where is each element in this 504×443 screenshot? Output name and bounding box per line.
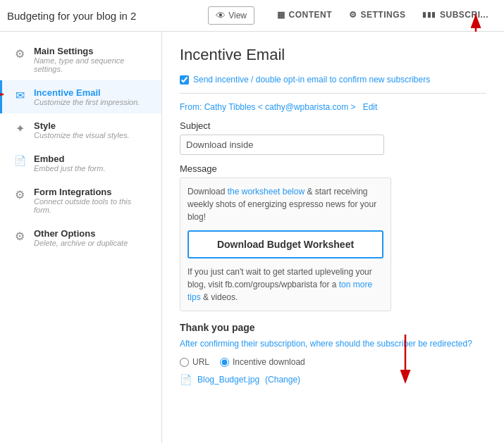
sidebar-item-style[interactable]: ✦ Style Customize the visual styles.	[0, 113, 161, 146]
worksheet-link[interactable]: the worksheet below	[228, 187, 305, 196]
edit-link[interactable]: Edit	[363, 102, 378, 112]
style-icon: ✦	[13, 122, 27, 135]
sidebar-item-form-integrations[interactable]: Form Integrations Connect outside tools …	[0, 180, 161, 221]
message-text-2: If you just can't wait to get started up…	[188, 266, 383, 304]
sidebar-item-main-settings[interactable]: Main Settings Name, type and sequence se…	[0, 39, 161, 80]
main-layout: Main Settings Name, type and sequence se…	[0, 32, 504, 443]
incentive-checkbox[interactable]	[180, 75, 189, 85]
subject-input[interactable]	[180, 135, 384, 155]
radio-url-option[interactable]: URL	[180, 357, 209, 367]
message-label: Message	[180, 163, 486, 174]
view-button[interactable]: 👁 View	[208, 6, 254, 25]
download-button[interactable]: Download Budget Worksheet	[188, 230, 383, 258]
subject-label: Subject	[180, 120, 486, 131]
divider	[180, 93, 486, 94]
page-title: Budgeting for your blog in 2	[7, 10, 208, 22]
content-area: Incentive Email Send incentive / double …	[162, 32, 504, 443]
sidebar-item-incentive-email[interactable]: ✉ Incentive Email Customize the first im…	[0, 80, 161, 113]
nav-subscri[interactable]: ▮▮▮ SUBSCRI...	[414, 0, 497, 32]
topbar: Budgeting for your blog in 2 👁 View ▦ CO…	[0, 0, 504, 32]
thankyou-label: Thank you page	[180, 322, 486, 333]
gear-icon	[13, 47, 27, 61]
file-icon: 📄	[180, 374, 192, 385]
nav-settings[interactable]: ⚙ SETTINGS	[340, 0, 414, 32]
ton-link[interactable]: ton more tips	[188, 280, 372, 302]
sidebar-item-embed[interactable]: 📄 Embed Embed just the form.	[0, 146, 161, 180]
arrow-incentive	[0, 84, 9, 105]
thankyou-desc: After confirming their subscription, whe…	[180, 337, 486, 350]
sidebar: Main Settings Name, type and sequence se…	[0, 32, 162, 443]
radio-incentive-option[interactable]: Incentive download	[220, 357, 305, 367]
from-line: From: Cathy Tibbles < cathy@wpbarista.co…	[180, 102, 486, 112]
eye-icon: 👁	[216, 10, 226, 21]
section-title: Incentive Email	[180, 46, 486, 64]
top-nav: ▦ CONTENT ⚙ SETTINGS ▮▮▮ SUBSCRI...	[269, 0, 497, 32]
radio-row: URL Incentive download	[180, 357, 486, 367]
file-name-link[interactable]: Blog_Budget.jpg	[197, 375, 259, 385]
content-icon: ▦	[277, 10, 285, 20]
options-icon	[13, 230, 27, 243]
incentive-checkbox-label[interactable]: Send incentive / double opt-in email to …	[193, 75, 430, 85]
integrations-icon	[13, 188, 27, 201]
message-box: Download the worksheet below & start rec…	[180, 177, 391, 311]
change-link[interactable]: (Change)	[265, 375, 300, 385]
radio-incentive[interactable]	[220, 358, 229, 367]
arrow-thankyou	[384, 335, 426, 384]
bars-icon: ▮▮▮	[422, 11, 436, 18]
nav-content[interactable]: ▦ CONTENT	[269, 0, 340, 32]
embed-icon: 📄	[13, 155, 27, 166]
radio-url[interactable]	[180, 358, 189, 367]
sidebar-item-other-options[interactable]: Other Options Delete, archive or duplica…	[0, 221, 161, 254]
file-row: 📄 Blog_Budget.jpg (Change)	[180, 374, 486, 385]
gear-icon: ⚙	[349, 10, 357, 20]
thankyou-section: Thank you page After confirming their su…	[180, 322, 486, 385]
mail-icon: ✉	[13, 89, 27, 102]
message-text-1: Download the worksheet below & start rec…	[188, 185, 383, 223]
incentive-checkbox-row: Send incentive / double opt-in email to …	[180, 75, 486, 85]
